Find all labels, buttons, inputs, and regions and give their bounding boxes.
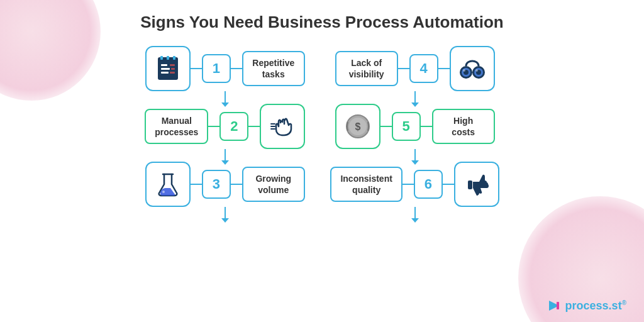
connector-v-4 [330,91,499,104]
flask-icon [153,169,183,199]
left-row-3: 3 Growingvolume [145,162,305,207]
svg-rect-1 [160,56,163,60]
connector-v-5 [330,149,499,162]
connector-v-1 [145,91,305,104]
svg-rect-6 [161,72,169,74]
connector-v-6 [330,207,499,219]
connector-h-3b [231,184,242,185]
text-box-4: Lack ofvisibility [335,51,398,86]
icon-box-thumbsdown [454,162,499,207]
process-st-logo-icon [547,298,562,313]
connector-h-2b [248,126,260,127]
icon-box-hand [260,104,305,149]
arrow-down-2 [225,149,226,162]
svg-rect-7 [170,64,175,66]
connector-h-2a [208,126,219,127]
connector-h-1a [191,68,202,69]
num-badge-5: 5 [392,112,421,141]
num-badge-1: 1 [202,54,231,83]
svg-point-21 [463,69,465,72]
connector-h-4b [438,68,450,69]
icon-box-binoculars [450,46,495,91]
arrow-down-6 [414,207,416,219]
coin-icon: $ [343,111,373,142]
page-container: Signs You Need Business Process Automati… [0,0,644,322]
connector-h-4a [398,68,409,69]
logo-area: process.st® [547,298,626,313]
svg-rect-2 [167,56,169,60]
icon-box-checklist [145,46,191,91]
checklist-icon [153,53,183,84]
num-badge-2: 2 [219,112,248,141]
icon-box-flask [145,162,191,207]
arrow-down-1 [225,91,226,104]
svg-rect-4 [161,64,167,66]
svg-text:$: $ [355,121,360,132]
thumbs-down-icon [462,169,492,199]
svg-rect-26 [468,180,472,189]
left-row-1: 1 Repetitivetasks [145,46,305,91]
text-box-5: Highcosts [432,109,495,144]
right-row-2: $ 5 Highcosts [335,104,495,149]
svg-rect-9 [170,72,175,74]
diagram-area: 1 Repetitivetasks Manualprocesses 2 [19,46,625,219]
num-badge-6: 6 [414,170,443,199]
svg-rect-28 [557,302,559,309]
right-row-1: Lack ofvisibility 4 [335,46,495,91]
text-box-3: Growingvolume [242,167,305,202]
svg-point-22 [475,69,478,72]
text-box-6: Inconsistentquality [330,167,402,202]
text-box-2: Manualprocesses [145,109,208,144]
svg-rect-3 [173,56,175,60]
right-column: Lack ofvisibility 4 [330,46,499,219]
logo-superscript: ® [622,299,626,306]
svg-point-14 [162,191,165,193]
hand-swipe-icon [267,111,297,142]
svg-rect-8 [171,68,175,70]
connector-h-6b [443,184,454,185]
num-badge-4: 4 [409,54,438,83]
connector-h-1b [231,68,242,69]
logo-text: process.st® [565,299,626,313]
num-badge-3: 3 [202,170,231,199]
text-box-1: Repetitivetasks [242,51,305,86]
connector-h-5b [421,126,432,127]
left-column: 1 Repetitivetasks Manualprocesses 2 [145,46,305,219]
arrow-down-3 [225,207,226,219]
binoculars-icon [457,53,487,84]
connector-h-6a [402,184,414,185]
logo-text-value: process.st [565,299,622,312]
connector-v-2 [145,149,305,162]
icon-box-coin: $ [335,104,380,149]
svg-rect-5 [161,68,170,70]
connector-h-5a [380,126,392,127]
arrow-down-5 [414,149,416,162]
page-title: Signs You Need Business Process Automati… [140,13,503,32]
connector-h-3a [191,184,202,185]
arrow-down-4 [414,91,416,104]
left-row-2: Manualprocesses 2 [145,104,305,149]
right-row-3: Inconsistentquality 6 [330,162,499,207]
connector-v-3 [145,207,305,219]
